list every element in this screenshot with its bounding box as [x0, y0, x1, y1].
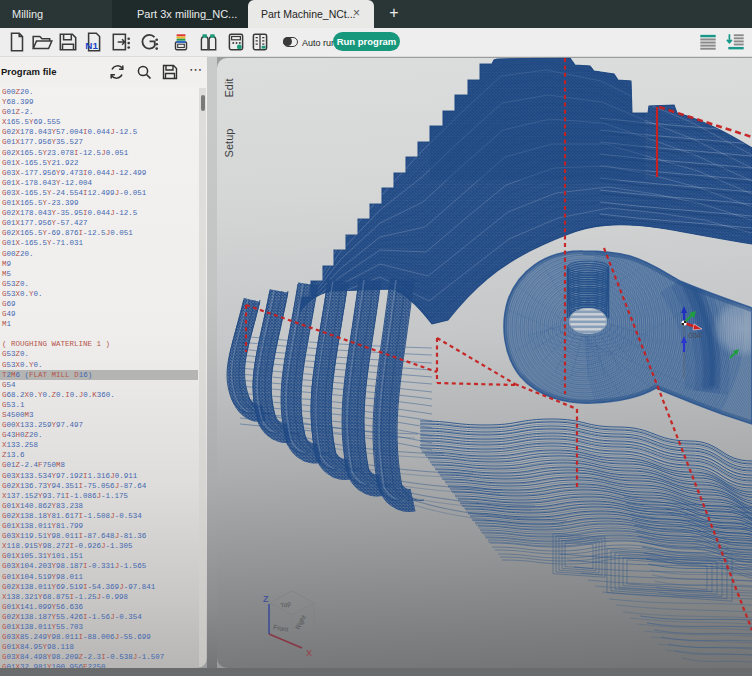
svg-text:Top: Top [280, 600, 292, 610]
svg-text:X: X [306, 648, 312, 658]
svg-text:Right: Right [294, 614, 308, 631]
svg-text:Z: Z [263, 594, 269, 604]
svg-text:Front: Front [273, 623, 289, 633]
svg-text:G54: G54 [688, 332, 701, 339]
